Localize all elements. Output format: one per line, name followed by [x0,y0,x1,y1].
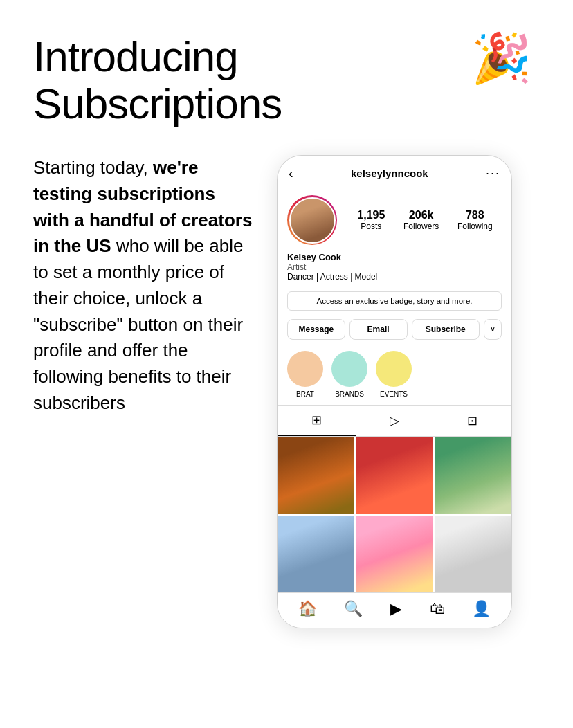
tab-tagged[interactable]: ⊡ [433,406,511,436]
grid-cell-5[interactable] [356,516,433,592]
grid-image-3 [435,437,511,513]
subscribe-banner: Access an exclusive badge, story and mor… [287,291,502,311]
body-rest: who will be able to set a monthly price … [33,235,243,412]
main-content: Starting today, we're testing subscripti… [33,155,545,628]
tab-video[interactable]: ▷ [356,406,434,436]
headline-line2: Subscriptions [33,80,282,127]
posts-label: Posts [361,221,381,231]
email-button[interactable]: Email [349,319,408,340]
stat-posts: 1,195 Posts [357,209,385,231]
profile-info: Kelsey Cook Artist Dancer | Actress | Mo… [278,252,511,287]
posts-count: 1,195 [357,209,385,221]
profile-row: 1,195 Posts 206k Followers 788 Following [287,195,502,245]
grid-icon: ⊞ [311,412,322,428]
stat-followers: 206k Followers [403,209,439,231]
highlight-events: EVENTS [376,351,412,398]
grid-cell-2[interactable] [356,437,433,513]
grid-cell-1[interactable] [278,437,354,513]
stat-following: 788 Following [457,209,493,231]
highlight-label-events: EVENTS [380,390,408,398]
search-icon[interactable]: 🔍 [344,600,363,618]
profile-section: 1,195 Posts 206k Followers 788 Following [278,188,511,245]
action-buttons: Message Email Subscribe ∨ [278,315,511,344]
profile-name: Kelsey Cook [287,252,502,262]
grid-cell-6[interactable] [435,516,511,592]
home-icon[interactable]: 🏠 [298,600,317,618]
back-button[interactable]: ‹ [289,165,293,181]
page-container: Introducing Subscriptions 🎉 Starting tod… [0,0,573,728]
grid-image-1 [278,437,354,513]
avatar [289,197,336,244]
chevron-down-icon[interactable]: ∨ [484,319,502,340]
followers-label: Followers [403,221,439,231]
profile-role: Artist [287,262,502,272]
tabs-row: ⊞ ▷ ⊡ [278,405,511,437]
reels-icon[interactable]: ▶ [390,600,402,618]
body-intro: Starting today, [33,157,153,178]
grid-cell-3[interactable] [435,437,511,513]
profile-icon[interactable]: 👤 [472,600,491,618]
tagged-icon: ⊡ [467,413,478,428]
body-text: Starting today, we're testing subscripti… [33,155,255,416]
grid-cell-4[interactable] [278,516,354,592]
highlight-label-brands: BRANDS [335,390,364,398]
shop-icon[interactable]: 🛍 [430,600,445,618]
message-button[interactable]: Message [287,319,345,340]
subscribe-button[interactable]: Subscribe [412,319,480,340]
video-icon: ▷ [390,413,399,428]
bottom-nav: 🏠 🔍 ▶ 🛍 👤 [278,592,511,628]
highlight-brands: BRANDS [331,351,367,398]
phone-top-bar: ‹ kelseylynncook ··· [278,156,511,188]
highlights-section: BRAT BRANDS EVENTS [278,344,511,405]
highlight-circle-brands[interactable] [331,351,367,387]
highlight-circle-brat[interactable] [287,351,323,387]
header-row: Introducing Subscriptions 🎉 [33,33,545,127]
phone-mockup: ‹ kelseylynncook ··· 1,195 [277,155,512,628]
username-label: kelseylynncook [351,167,428,179]
grid-image-4 [278,516,354,592]
grid-image-6 [435,516,511,592]
highlight-circle-events[interactable] [376,351,412,387]
highlight-brat: BRAT [287,351,323,398]
avatar-image [291,199,334,242]
more-options-button[interactable]: ··· [486,166,500,181]
following-count: 788 [466,209,484,221]
page-headline: Introducing Subscriptions [33,33,282,127]
profile-desc: Dancer | Actress | Model [287,272,502,282]
grid-image-2 [356,437,433,513]
photo-grid [278,437,511,592]
party-icon: 🎉 [471,30,531,87]
stats-container: 1,195 Posts 206k Followers 788 Following [348,209,502,231]
followers-count: 206k [409,209,434,221]
avatar-ring [287,195,337,245]
tab-grid[interactable]: ⊞ [278,406,356,436]
grid-image-5 [356,516,433,592]
headline-line1: Introducing [33,33,238,80]
following-label: Following [457,221,493,231]
highlight-label-brat: BRAT [296,390,314,398]
